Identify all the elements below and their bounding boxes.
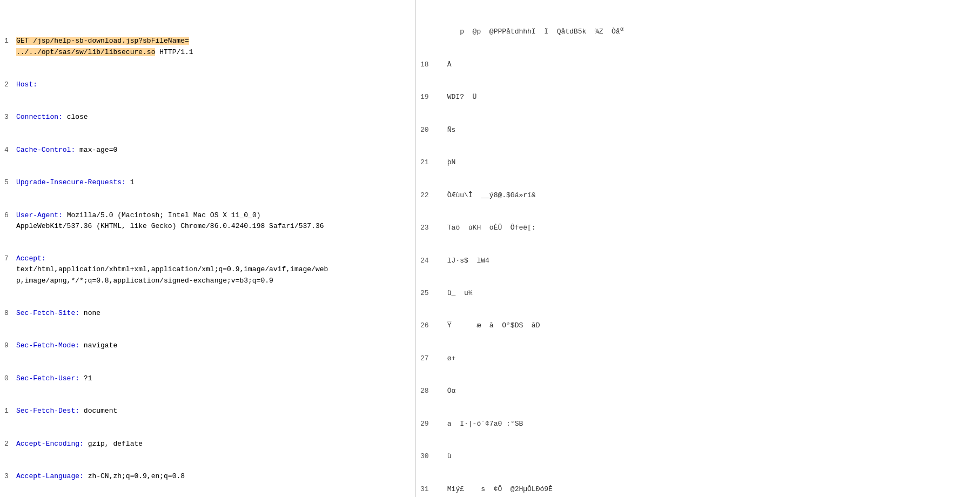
line-number: 1: [4, 36, 14, 46]
line-10: 0 Sec-Fetch-User: ?1: [4, 373, 411, 384]
line-4: 4 Cache-Control: max-age=0: [4, 145, 411, 156]
right-line-content: Å: [443, 59, 452, 70]
line-7: 7 Accept: text/html,application/xhtml+xm…: [4, 253, 411, 286]
right-line-number: 29: [420, 419, 440, 429]
line-9: 9 Sec-Fetch-Mode: navigate: [4, 340, 411, 351]
right-line-30: 30 ù: [420, 451, 976, 462]
http-request-code: 1 GET /jsp/help-sb-download.jsp?sbFileNa…: [4, 3, 411, 497]
right-line-number: 22: [420, 190, 440, 201]
right-line-content: þN: [443, 157, 455, 168]
get-highlight: GET /jsp/help-sb-download.jsp?sbFileName…: [16, 37, 189, 56]
line-content: Connection: close: [16, 112, 411, 123]
right-line-21: 21 þN: [420, 157, 976, 168]
line-content: Sec-Fetch-Mode: navigate: [16, 340, 411, 351]
line-number: 2: [4, 439, 14, 449]
right-line-number: 30: [420, 451, 440, 462]
line-content: Cache-Control: max-age=0: [16, 145, 411, 156]
line-number: 3: [4, 471, 14, 482]
line-number: 5: [4, 177, 14, 188]
right-line-26: 26 Y̅ æ ā O²$D$ āD: [420, 320, 976, 331]
right-line-number: 20: [420, 125, 440, 136]
right-line-content: Y̅ æ ā O²$D$ āD: [443, 320, 540, 331]
right-line-22: 22 ÒÆùu\Î __ý8@.$Gá»rí&: [420, 190, 976, 201]
line-number: 0: [4, 373, 14, 384]
right-line-content: ü_ u¼: [443, 288, 473, 299]
line-content: Host:: [16, 79, 411, 90]
right-line-27: 27 ø+: [420, 353, 976, 364]
right-line-29: 29 a I·|-ö¨¢7a0 :°SB: [420, 419, 976, 429]
right-line-28: 28 Òα: [420, 386, 976, 397]
right-line-content: Miý£ s ¢Ō @2HµÔLÐó9Ê: [443, 484, 553, 495]
right-panel[interactable]: p @p @PPPåtdhhhÏ Ï QåtdB5k ¾Z Òåα 18 Å 1…: [416, 0, 980, 497]
right-line-23: 23 Tāô ùKH öÈÛ Ôfeê[:: [420, 223, 976, 233]
right-line-header: p @p @PPPåtdhhhÏ Ï QåtdB5k ¾Z Òåα: [420, 25, 976, 37]
right-line-number: 26: [420, 320, 440, 331]
right-line-31: 31 Miý£ s ¢Ō @2HµÔLÐó9Ê: [420, 484, 976, 495]
line-2: 2 Host:: [4, 79, 411, 90]
right-line-content: ø+: [443, 353, 455, 364]
line-content: Sec-Fetch-Dest: document: [16, 406, 411, 417]
right-line-content: a I·|-ö¨¢7a0 :°SB: [443, 419, 523, 429]
right-line-number: 18: [420, 59, 440, 70]
line-8: 8 Sec-Fetch-Site: none: [4, 308, 411, 319]
line-3: 3 Connection: close: [4, 112, 411, 123]
line-content: Accept-Encoding: gzip, deflate: [16, 439, 411, 449]
line-content: Sec-Fetch-User: ?1: [16, 373, 411, 384]
line-12: 2 Accept-Encoding: gzip, deflate: [4, 439, 411, 449]
right-line-content: lJ·s$ lW4: [443, 256, 489, 266]
line-content: Upgrade-Insecure-Requests: 1: [16, 177, 411, 188]
line-number: 4: [4, 145, 14, 156]
right-line-24: 24 lJ·s$ lW4: [420, 256, 976, 266]
line-number: 7: [4, 253, 14, 264]
line-1: 1 GET /jsp/help-sb-download.jsp?sbFileNa…: [4, 36, 411, 57]
line-5: 5 Upgrade-Insecure-Requests: 1: [4, 177, 411, 188]
left-panel[interactable]: 1 GET /jsp/help-sb-download.jsp?sbFileNa…: [0, 0, 416, 497]
line-number: 6: [4, 210, 14, 221]
right-line-number: 23: [420, 223, 440, 233]
line-content: Sec-Fetch-Site: none: [16, 308, 411, 319]
right-line-content: p @p @PPPåtdhhhÏ Ï QåtdB5k ¾Z Òåα: [443, 25, 623, 37]
right-line-20: 20 Ñs: [420, 125, 976, 136]
right-line-content: Òα: [443, 386, 455, 397]
binary-content-code: p @p @PPPåtdhhhÏ Ï QåtdB5k ¾Z Òåα 18 Å 1…: [420, 3, 976, 497]
right-line-content: Ñs: [443, 125, 455, 136]
right-line-number: 27: [420, 353, 440, 364]
right-line-number: 21: [420, 157, 440, 168]
right-line-number: 31: [420, 484, 440, 495]
line-number: 8: [4, 308, 14, 319]
line-13: 3 Accept-Language: zh-CN,zh;q=0.9,en;q=0…: [4, 471, 411, 482]
right-line-number: 24: [420, 256, 440, 266]
line-6: 6 User-Agent: Mozilla/5.0 (Macintosh; In…: [4, 210, 411, 232]
right-line-content: ÒÆùu\Î __ý8@.$Gá»rí&: [443, 190, 536, 201]
right-line-18: 18 Å: [420, 59, 976, 70]
line-content: User-Agent: Mozilla/5.0 (Macintosh; Inte…: [16, 210, 411, 232]
right-line-19: 19 WDI? Ü: [420, 92, 976, 103]
right-line-number: 19: [420, 92, 440, 103]
line-number: 2: [4, 79, 14, 90]
line-number: 1: [4, 406, 14, 417]
right-line-25: 25 ü_ u¼: [420, 288, 976, 299]
line-content: Accept: text/html,application/xhtml+xml,…: [16, 253, 411, 286]
right-line-content: WDI? Ü: [443, 92, 476, 103]
right-line-content: Tāô ùKH öÈÛ Ôfeê[:: [443, 223, 536, 233]
line-11: 1 Sec-Fetch-Dest: document: [4, 406, 411, 417]
right-line-content: ù: [443, 451, 452, 462]
line-number: 3: [4, 112, 14, 123]
line-content: Accept-Language: zh-CN,zh;q=0.9,en;q=0.8: [16, 471, 411, 482]
right-line-number: 25: [420, 288, 440, 299]
right-line-number: 28: [420, 386, 440, 397]
line-number: 9: [4, 340, 14, 351]
line-content: GET /jsp/help-sb-download.jsp?sbFileName…: [16, 36, 411, 57]
